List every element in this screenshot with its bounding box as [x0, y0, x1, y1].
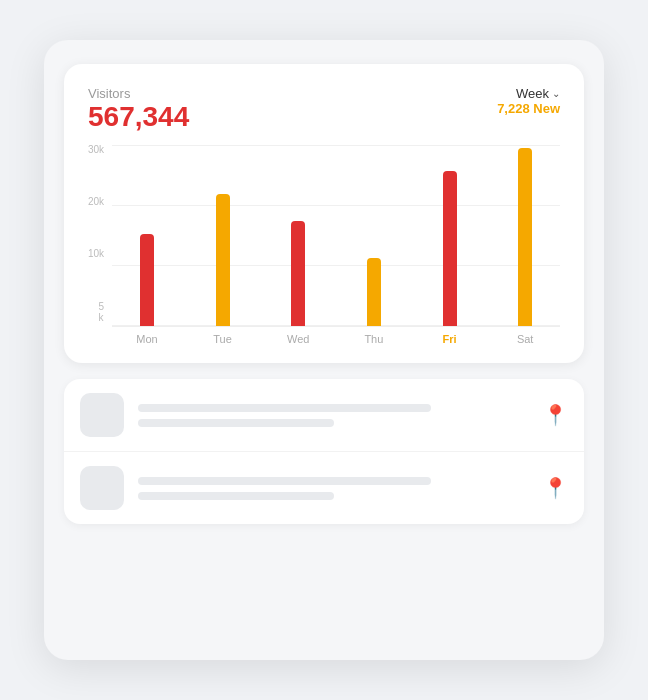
location-pin-icon[interactable]: 📍 — [543, 476, 568, 500]
visitors-section: Visitors 567,344 — [88, 86, 189, 135]
y-axis: 30k 20k 10k 5k — [88, 145, 112, 345]
skeleton-line-long — [138, 477, 431, 485]
visitors-count: 567,344 — [88, 101, 189, 133]
bars-pair-fri — [443, 148, 457, 326]
x-label-fri: Fri — [415, 333, 485, 345]
bar-group-wed — [263, 148, 333, 326]
chart-body: Mon Tue Wed Thu Fri Sat — [112, 145, 560, 345]
bar-mon-red — [140, 234, 154, 326]
y-label-10k: 10k — [88, 249, 104, 259]
bars-pair-sat — [518, 148, 532, 326]
skeleton-line-long — [138, 404, 431, 412]
bar-chart-area: 30k 20k 10k 5k — [88, 145, 560, 345]
list-thumbnail — [80, 466, 124, 510]
bar-wed-red — [291, 221, 305, 326]
list-item[interactable]: 📍 — [64, 379, 584, 452]
y-label-30k: 30k — [88, 145, 104, 155]
bar-sat-yellow — [518, 148, 532, 326]
bar-group-fri — [415, 148, 485, 326]
y-label-5k: 5k — [99, 301, 105, 323]
list-thumbnail — [80, 393, 124, 437]
x-label-wed: Wed — [263, 333, 333, 345]
bar-group-sat — [490, 148, 560, 326]
bars-pair-thu — [367, 148, 381, 326]
list-section: 📍 📍 — [64, 379, 584, 524]
x-label-sat: Sat — [490, 333, 560, 345]
y-label-20k: 20k — [88, 197, 104, 207]
bars-pair-mon — [140, 148, 154, 326]
chart-card: Visitors 567,344 Week ⌄ 7,228 New 30k 20… — [64, 64, 584, 363]
bar-group-thu — [339, 148, 409, 326]
week-selector[interactable]: Week ⌄ — [516, 86, 560, 101]
bar-fri-red — [443, 171, 457, 326]
chart-header: Visitors 567,344 Week ⌄ 7,228 New — [88, 86, 560, 135]
chevron-down-icon: ⌄ — [552, 88, 560, 99]
week-label: Week — [516, 86, 549, 101]
x-label-thu: Thu — [339, 333, 409, 345]
x-labels: Mon Tue Wed Thu Fri Sat — [112, 333, 560, 345]
screen: Visitors 567,344 Week ⌄ 7,228 New 30k 20… — [44, 40, 604, 660]
bar-tue-yellow — [216, 194, 230, 326]
bar-group-mon — [112, 148, 182, 326]
location-pin-icon[interactable]: 📍 — [543, 403, 568, 427]
visitors-label: Visitors — [88, 86, 189, 101]
skeleton-line-medium — [138, 492, 334, 500]
x-label-tue: Tue — [188, 333, 258, 345]
x-label-mon: Mon — [112, 333, 182, 345]
grid-line — [112, 145, 560, 146]
new-visitors-count: 7,228 New — [497, 101, 560, 116]
skeleton-line-medium — [138, 419, 334, 427]
chart-meta-right: Week ⌄ 7,228 New — [497, 86, 560, 116]
list-item[interactable]: 📍 — [64, 452, 584, 524]
list-content — [138, 404, 529, 427]
list-content — [138, 477, 529, 500]
bar-group-tue — [188, 148, 258, 326]
bar-thu-yellow — [367, 258, 381, 326]
bars-container — [112, 145, 560, 327]
bars-pair-wed — [291, 148, 305, 326]
bars-pair-tue — [216, 148, 230, 326]
